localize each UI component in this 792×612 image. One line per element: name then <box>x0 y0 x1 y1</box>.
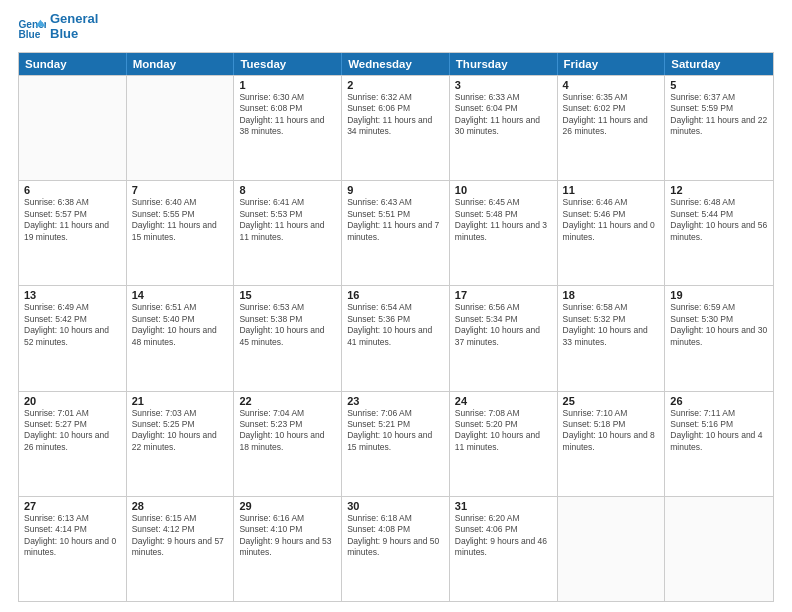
calendar-cell: 27Sunrise: 6:13 AM Sunset: 4:14 PM Dayli… <box>19 497 127 601</box>
calendar-row-3: 13Sunrise: 6:49 AM Sunset: 5:42 PM Dayli… <box>19 285 773 390</box>
header-day-tuesday: Tuesday <box>234 53 342 75</box>
day-number: 5 <box>670 79 768 91</box>
logo-general: General <box>50 12 98 27</box>
day-number: 28 <box>132 500 229 512</box>
day-number: 26 <box>670 395 768 407</box>
day-number: 25 <box>563 395 660 407</box>
calendar-cell: 22Sunrise: 7:04 AM Sunset: 5:23 PM Dayli… <box>234 392 342 496</box>
calendar-cell: 23Sunrise: 7:06 AM Sunset: 5:21 PM Dayli… <box>342 392 450 496</box>
calendar-cell: 20Sunrise: 7:01 AM Sunset: 5:27 PM Dayli… <box>19 392 127 496</box>
cell-info: Sunrise: 6:20 AM Sunset: 4:06 PM Dayligh… <box>455 513 552 559</box>
calendar-cell: 24Sunrise: 7:08 AM Sunset: 5:20 PM Dayli… <box>450 392 558 496</box>
day-number: 6 <box>24 184 121 196</box>
day-number: 22 <box>239 395 336 407</box>
day-number: 9 <box>347 184 444 196</box>
day-number: 14 <box>132 289 229 301</box>
calendar-cell: 26Sunrise: 7:11 AM Sunset: 5:16 PM Dayli… <box>665 392 773 496</box>
cell-info: Sunrise: 6:46 AM Sunset: 5:46 PM Dayligh… <box>563 197 660 243</box>
day-number: 31 <box>455 500 552 512</box>
calendar-cell: 3Sunrise: 6:33 AM Sunset: 6:04 PM Daylig… <box>450 76 558 180</box>
calendar-row-2: 6Sunrise: 6:38 AM Sunset: 5:57 PM Daylig… <box>19 180 773 285</box>
cell-info: Sunrise: 6:35 AM Sunset: 6:02 PM Dayligh… <box>563 92 660 138</box>
calendar-cell: 17Sunrise: 6:56 AM Sunset: 5:34 PM Dayli… <box>450 286 558 390</box>
cell-info: Sunrise: 6:30 AM Sunset: 6:08 PM Dayligh… <box>239 92 336 138</box>
calendar-cell: 2Sunrise: 6:32 AM Sunset: 6:06 PM Daylig… <box>342 76 450 180</box>
calendar-cell: 14Sunrise: 6:51 AM Sunset: 5:40 PM Dayli… <box>127 286 235 390</box>
calendar-cell: 4Sunrise: 6:35 AM Sunset: 6:02 PM Daylig… <box>558 76 666 180</box>
calendar-cell: 9Sunrise: 6:43 AM Sunset: 5:51 PM Daylig… <box>342 181 450 285</box>
cell-info: Sunrise: 6:16 AM Sunset: 4:10 PM Dayligh… <box>239 513 336 559</box>
cell-info: Sunrise: 6:33 AM Sunset: 6:04 PM Dayligh… <box>455 92 552 138</box>
day-number: 30 <box>347 500 444 512</box>
calendar-cell: 10Sunrise: 6:45 AM Sunset: 5:48 PM Dayli… <box>450 181 558 285</box>
calendar-cell <box>558 497 666 601</box>
cell-info: Sunrise: 7:08 AM Sunset: 5:20 PM Dayligh… <box>455 408 552 454</box>
calendar-cell: 29Sunrise: 6:16 AM Sunset: 4:10 PM Dayli… <box>234 497 342 601</box>
day-number: 2 <box>347 79 444 91</box>
logo-blue: Blue <box>50 27 98 42</box>
cell-info: Sunrise: 6:59 AM Sunset: 5:30 PM Dayligh… <box>670 302 768 348</box>
header-day-sunday: Sunday <box>19 53 127 75</box>
header-day-monday: Monday <box>127 53 235 75</box>
day-number: 19 <box>670 289 768 301</box>
cell-info: Sunrise: 6:54 AM Sunset: 5:36 PM Dayligh… <box>347 302 444 348</box>
calendar-cell: 31Sunrise: 6:20 AM Sunset: 4:06 PM Dayli… <box>450 497 558 601</box>
day-number: 29 <box>239 500 336 512</box>
cell-info: Sunrise: 6:43 AM Sunset: 5:51 PM Dayligh… <box>347 197 444 243</box>
calendar-header: SundayMondayTuesdayWednesdayThursdayFrid… <box>19 53 773 75</box>
svg-text:Blue: Blue <box>18 29 40 40</box>
day-number: 20 <box>24 395 121 407</box>
day-number: 7 <box>132 184 229 196</box>
day-number: 23 <box>347 395 444 407</box>
calendar-cell: 21Sunrise: 7:03 AM Sunset: 5:25 PM Dayli… <box>127 392 235 496</box>
day-number: 10 <box>455 184 552 196</box>
calendar-cell: 15Sunrise: 6:53 AM Sunset: 5:38 PM Dayli… <box>234 286 342 390</box>
calendar-cell: 12Sunrise: 6:48 AM Sunset: 5:44 PM Dayli… <box>665 181 773 285</box>
calendar-cell: 13Sunrise: 6:49 AM Sunset: 5:42 PM Dayli… <box>19 286 127 390</box>
day-number: 27 <box>24 500 121 512</box>
header-day-thursday: Thursday <box>450 53 558 75</box>
cell-info: Sunrise: 6:37 AM Sunset: 5:59 PM Dayligh… <box>670 92 768 138</box>
day-number: 11 <box>563 184 660 196</box>
calendar: SundayMondayTuesdayWednesdayThursdayFrid… <box>18 52 774 602</box>
cell-info: Sunrise: 6:45 AM Sunset: 5:48 PM Dayligh… <box>455 197 552 243</box>
cell-info: Sunrise: 7:10 AM Sunset: 5:18 PM Dayligh… <box>563 408 660 454</box>
cell-info: Sunrise: 6:18 AM Sunset: 4:08 PM Dayligh… <box>347 513 444 559</box>
calendar-cell <box>127 76 235 180</box>
day-number: 15 <box>239 289 336 301</box>
cell-info: Sunrise: 6:58 AM Sunset: 5:32 PM Dayligh… <box>563 302 660 348</box>
cell-info: Sunrise: 6:40 AM Sunset: 5:55 PM Dayligh… <box>132 197 229 243</box>
calendar-cell <box>19 76 127 180</box>
calendar-cell: 28Sunrise: 6:15 AM Sunset: 4:12 PM Dayli… <box>127 497 235 601</box>
cell-info: Sunrise: 6:51 AM Sunset: 5:40 PM Dayligh… <box>132 302 229 348</box>
cell-info: Sunrise: 7:01 AM Sunset: 5:27 PM Dayligh… <box>24 408 121 454</box>
calendar-row-1: 1Sunrise: 6:30 AM Sunset: 6:08 PM Daylig… <box>19 75 773 180</box>
calendar-row-5: 27Sunrise: 6:13 AM Sunset: 4:14 PM Dayli… <box>19 496 773 601</box>
cell-info: Sunrise: 6:49 AM Sunset: 5:42 PM Dayligh… <box>24 302 121 348</box>
calendar-row-4: 20Sunrise: 7:01 AM Sunset: 5:27 PM Dayli… <box>19 391 773 496</box>
day-number: 8 <box>239 184 336 196</box>
cell-info: Sunrise: 7:03 AM Sunset: 5:25 PM Dayligh… <box>132 408 229 454</box>
page: General Blue General Blue SundayMondayTu… <box>0 0 792 612</box>
day-number: 12 <box>670 184 768 196</box>
calendar-cell: 16Sunrise: 6:54 AM Sunset: 5:36 PM Dayli… <box>342 286 450 390</box>
calendar-cell: 7Sunrise: 6:40 AM Sunset: 5:55 PM Daylig… <box>127 181 235 285</box>
cell-info: Sunrise: 6:13 AM Sunset: 4:14 PM Dayligh… <box>24 513 121 559</box>
calendar-body: 1Sunrise: 6:30 AM Sunset: 6:08 PM Daylig… <box>19 75 773 601</box>
calendar-cell: 30Sunrise: 6:18 AM Sunset: 4:08 PM Dayli… <box>342 497 450 601</box>
cell-info: Sunrise: 6:38 AM Sunset: 5:57 PM Dayligh… <box>24 197 121 243</box>
logo: General Blue General Blue <box>18 16 98 42</box>
calendar-cell: 25Sunrise: 7:10 AM Sunset: 5:18 PM Dayli… <box>558 392 666 496</box>
day-number: 3 <box>455 79 552 91</box>
day-number: 13 <box>24 289 121 301</box>
cell-info: Sunrise: 6:32 AM Sunset: 6:06 PM Dayligh… <box>347 92 444 138</box>
cell-info: Sunrise: 6:15 AM Sunset: 4:12 PM Dayligh… <box>132 513 229 559</box>
calendar-cell <box>665 497 773 601</box>
cell-info: Sunrise: 7:04 AM Sunset: 5:23 PM Dayligh… <box>239 408 336 454</box>
cell-info: Sunrise: 6:41 AM Sunset: 5:53 PM Dayligh… <box>239 197 336 243</box>
header-day-saturday: Saturday <box>665 53 773 75</box>
day-number: 4 <box>563 79 660 91</box>
day-number: 1 <box>239 79 336 91</box>
calendar-cell: 18Sunrise: 6:58 AM Sunset: 5:32 PM Dayli… <box>558 286 666 390</box>
calendar-cell: 1Sunrise: 6:30 AM Sunset: 6:08 PM Daylig… <box>234 76 342 180</box>
